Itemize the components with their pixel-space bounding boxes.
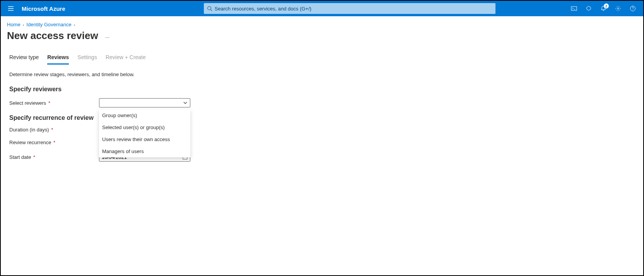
description: Determine review stages, reviewers, and … bbox=[9, 72, 635, 77]
section-reviewers-title: Specify reviewers bbox=[9, 86, 635, 93]
content: Determine review stages, reviewers, and … bbox=[1, 65, 643, 175]
svg-point-3 bbox=[617, 8, 619, 9]
help-icon[interactable] bbox=[626, 2, 639, 15]
row-select-reviewers: Select reviewers * bbox=[9, 98, 635, 107]
search-box[interactable] bbox=[204, 3, 495, 14]
tabs: Review type Reviews Settings Review + Cr… bbox=[1, 45, 643, 65]
tab-review-create: Review + Create bbox=[106, 54, 146, 65]
topbar-right-icons: 2 bbox=[567, 2, 639, 15]
dropdown-select-reviewers[interactable] bbox=[99, 98, 190, 107]
more-icon[interactable]: ... bbox=[105, 33, 110, 39]
topbar: Microsoft Azure 2 bbox=[1, 1, 643, 16]
required-asterisk: * bbox=[32, 154, 35, 160]
chevron-down-icon bbox=[183, 101, 188, 105]
tab-settings: Settings bbox=[77, 54, 97, 65]
label-duration: Duration (in days) * bbox=[9, 127, 99, 133]
page-title-wrap: New access review ... bbox=[1, 30, 643, 45]
chevron-right-icon: › bbox=[23, 22, 24, 27]
breadcrumb-home[interactable]: Home bbox=[7, 22, 20, 27]
label-start-date: Start date * bbox=[9, 154, 99, 160]
page-title: New access review bbox=[7, 30, 98, 42]
required-asterisk: * bbox=[52, 140, 55, 145]
directories-icon[interactable] bbox=[582, 2, 595, 15]
breadcrumb-identity-governance[interactable]: Identity Governance bbox=[26, 22, 71, 27]
svg-point-4 bbox=[630, 6, 635, 11]
label-recurrence: Review recurrence * bbox=[9, 140, 99, 145]
search-input[interactable] bbox=[215, 6, 492, 12]
breadcrumb: Home › Identity Governance › bbox=[1, 16, 643, 30]
tab-reviews[interactable]: Reviews bbox=[47, 54, 69, 65]
settings-icon[interactable] bbox=[612, 2, 625, 15]
dropdown-reviewers-list: Group owner(s) Selected user(s) or group… bbox=[99, 109, 190, 157]
option-selected-users-groups[interactable]: Selected user(s) or group(s) bbox=[99, 121, 190, 133]
label-select-reviewers: Select reviewers * bbox=[9, 100, 99, 106]
tab-review-type[interactable]: Review type bbox=[9, 54, 39, 65]
option-managers-of-users[interactable]: Managers of users bbox=[99, 145, 190, 157]
notifications-icon[interactable]: 2 bbox=[597, 2, 610, 15]
svg-rect-2 bbox=[571, 7, 577, 10]
svg-line-1 bbox=[210, 10, 212, 11]
svg-point-0 bbox=[208, 7, 211, 10]
brand-title: Microsoft Azure bbox=[22, 5, 65, 12]
search-icon bbox=[207, 6, 212, 11]
chevron-right-icon: › bbox=[74, 22, 75, 27]
required-asterisk: * bbox=[50, 127, 53, 133]
hamburger-menu-icon[interactable] bbox=[5, 2, 17, 15]
cloud-shell-icon[interactable] bbox=[567, 2, 581, 15]
required-asterisk: * bbox=[47, 100, 50, 106]
notification-badge: 2 bbox=[604, 3, 609, 9]
menu-icon bbox=[8, 5, 14, 12]
option-users-self-review[interactable]: Users review their own access bbox=[99, 133, 190, 145]
option-group-owners[interactable]: Group owner(s) bbox=[99, 109, 190, 121]
